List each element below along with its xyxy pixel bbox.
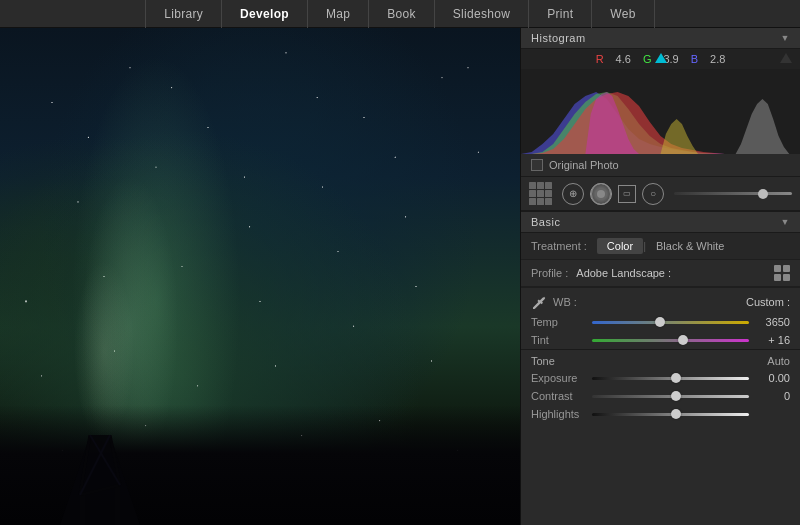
structure-silhouette [60, 435, 140, 525]
original-photo-checkbox[interactable] [531, 159, 543, 171]
temp-slider[interactable] [592, 321, 749, 324]
grid-tool-icon[interactable] [529, 182, 552, 205]
histogram-title: Histogram [531, 32, 586, 44]
contrast-label: Contrast [531, 390, 586, 402]
nav-print[interactable]: Print [529, 0, 592, 28]
right-panel: Histogram ▼ [520, 28, 800, 525]
profile-grid-icon[interactable] [774, 265, 790, 281]
temp-slider-row: Temp 3650 [521, 313, 800, 331]
tool-slider[interactable] [674, 192, 792, 195]
original-photo-label: Original Photo [549, 159, 619, 171]
tools-row: ⊕ ▭ ○ [521, 177, 800, 211]
photo-panel [0, 28, 520, 525]
wb-section: WB : Custom : [521, 287, 800, 313]
treatment-row: Treatment : Color | Black & White [521, 233, 800, 260]
histogram-collapse-icon[interactable]: ▼ [781, 33, 790, 43]
nav-slideshow[interactable]: Slideshow [435, 0, 529, 28]
original-photo-row: Original Photo [521, 154, 800, 177]
profile-row: Profile : Adobe Landscape : [521, 260, 800, 287]
contrast-value: 0 [755, 390, 790, 402]
top-nav: Library Develop Map Book Slideshow Print… [0, 0, 800, 28]
histogram-header: Histogram ▼ [521, 28, 800, 49]
profile-label: Profile : [531, 267, 568, 279]
wb-value[interactable]: Custom : [746, 296, 790, 308]
basic-header: Basic ▼ [521, 212, 800, 233]
tint-value: + 16 [755, 334, 790, 346]
histogram-area: R 4.6 G 3.9 B 2.8 [521, 49, 800, 154]
contrast-slider-row: Contrast 0 [521, 387, 800, 405]
crop-tool[interactable]: ⊕ [562, 183, 584, 205]
temp-value: 3650 [755, 316, 790, 328]
nav-book[interactable]: Book [369, 0, 435, 28]
shadow-clipping-indicator[interactable] [780, 53, 792, 63]
main-layout: Histogram ▼ [0, 28, 800, 525]
eyedropper-icon[interactable] [531, 295, 547, 311]
svg-rect-1 [80, 495, 85, 525]
temp-label: Temp [531, 316, 586, 328]
radial-filter-tool[interactable]: ○ [642, 183, 664, 205]
graduated-filter-tool[interactable]: ▭ [618, 185, 636, 203]
wb-label: WB : [553, 296, 608, 308]
svg-rect-2 [115, 485, 120, 525]
tint-slider-row: Tint + 16 [521, 331, 800, 349]
tint-slider[interactable] [592, 339, 749, 342]
basic-collapse-icon[interactable]: ▼ [781, 217, 790, 227]
r-value: 4.6 [616, 53, 631, 65]
tone-label: Tone [531, 355, 555, 367]
r-label: R [596, 53, 604, 65]
nav-develop[interactable]: Develop [222, 0, 308, 28]
profile-value[interactable]: Adobe Landscape : [576, 267, 774, 279]
nav-map[interactable]: Map [308, 0, 369, 28]
svg-marker-0 [60, 435, 140, 525]
highlights-slider[interactable] [592, 413, 749, 416]
exposure-slider[interactable] [592, 377, 749, 380]
exposure-value: 0.00 [755, 372, 790, 384]
histogram-chart [521, 84, 800, 154]
wb-row: WB : Custom : [531, 293, 790, 311]
auto-btn[interactable]: Auto [767, 355, 790, 367]
contrast-slider[interactable] [592, 395, 749, 398]
nav-library[interactable]: Library [145, 0, 222, 28]
highlights-label: Highlights [531, 408, 586, 420]
b-value: 2.8 [710, 53, 725, 65]
tone-header-row: Tone Auto [521, 350, 800, 369]
b-label: B [691, 53, 698, 65]
highlights-slider-row: Highlights [521, 405, 800, 423]
exposure-slider-row: Exposure 0.00 [521, 369, 800, 387]
basic-title: Basic [531, 216, 560, 228]
color-treatment-btn[interactable]: Color [597, 238, 643, 254]
g-label: G [643, 53, 652, 65]
treatment-label: Treatment : [531, 240, 587, 252]
nav-web[interactable]: Web [592, 0, 654, 28]
highlight-clipping-indicator[interactable] [655, 53, 667, 63]
spot-removal-tool[interactable] [590, 183, 612, 205]
tint-label: Tint [531, 334, 586, 346]
exposure-label: Exposure [531, 372, 586, 384]
photo-background [0, 28, 520, 525]
bw-treatment-btn[interactable]: Black & White [646, 238, 734, 254]
